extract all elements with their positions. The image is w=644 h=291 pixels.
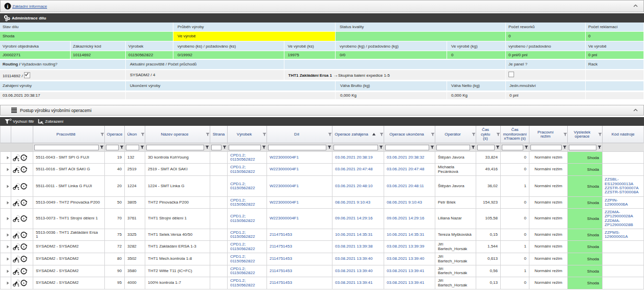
svg-text:i: i — [7, 4, 9, 9]
